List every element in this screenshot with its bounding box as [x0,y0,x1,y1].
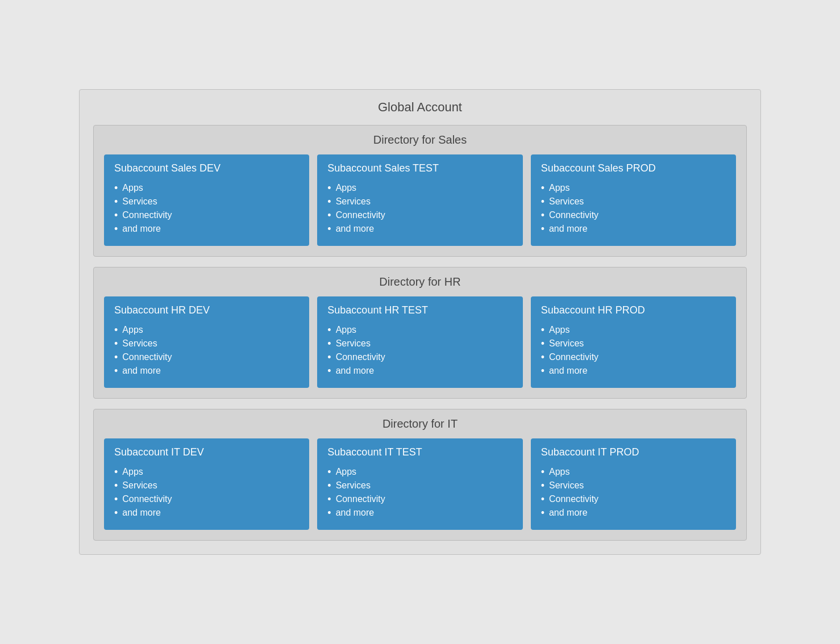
bullet-icon: • [327,494,331,504]
directory-title-hr: Directory for HR [104,275,736,288]
list-item: •Services [327,479,512,492]
list-item: •Apps [541,181,726,195]
list-item-label: and more [549,224,588,234]
list-item-label: and more [336,508,375,518]
list-item: •Apps [114,465,299,479]
bullet-icon: • [114,183,118,193]
list-item: •Connectivity [541,350,726,364]
list-item-label: Apps [549,183,569,193]
bullet-icon: • [327,325,331,335]
list-item-label: and more [549,508,588,518]
bullet-icon: • [327,196,331,207]
subaccount-title-it-dev: Subaccount IT DEV [114,446,299,458]
subaccount-list-sales-prod: •Apps•Services•Connectivity•and more [541,181,726,236]
list-item: •Apps [541,323,726,337]
subaccount-hr-dev: Subaccount HR DEV•Apps•Services•Connecti… [104,296,309,388]
list-item-label: Services [549,196,584,207]
list-item: •Services [541,479,726,492]
list-item: •Services [541,337,726,350]
subaccount-sales-test: Subaccount Sales TEST•Apps•Services•Conn… [317,154,522,246]
list-item: •and more [541,364,726,378]
subaccount-title-hr-dev: Subaccount HR DEV [114,304,299,316]
list-item-label: Services [549,338,584,349]
list-item-label: Apps [336,467,356,477]
list-item: •Services [327,337,512,350]
list-item: •Connectivity [114,492,299,506]
list-item: •Services [327,195,512,208]
bullet-icon: • [114,508,118,518]
bullet-icon: • [541,480,544,491]
list-item-label: and more [122,224,161,234]
list-item: •Apps [327,465,512,479]
bullet-icon: • [327,183,331,193]
bullet-icon: • [541,508,544,518]
list-item-label: Connectivity [549,352,598,362]
subaccount-sales-dev: Subaccount Sales DEV•Apps•Services•Conne… [104,154,309,246]
bullet-icon: • [541,467,544,477]
list-item-label: and more [336,366,375,376]
bullet-icon: • [327,338,331,349]
bullet-icon: • [541,494,544,504]
subaccount-title-sales-prod: Subaccount Sales PROD [541,162,726,174]
subaccount-title-sales-dev: Subaccount Sales DEV [114,162,299,174]
subaccounts-grid-sales: Subaccount Sales DEV•Apps•Services•Conne… [104,154,736,246]
bullet-icon: • [327,467,331,477]
subaccount-list-hr-test: •Apps•Services•Connectivity•and more [327,323,512,378]
bullet-icon: • [114,338,118,349]
global-account-title: Global Account [93,100,747,115]
list-item-label: Connectivity [122,210,172,220]
list-item: •Connectivity [541,208,726,222]
list-item: •Connectivity [327,492,512,506]
list-item: •and more [114,222,299,236]
list-item-label: Connectivity [549,494,598,504]
list-item-label: Apps [336,325,356,335]
list-item: •Services [541,195,726,208]
bullet-icon: • [327,224,331,234]
bullet-icon: • [327,366,331,376]
subaccount-list-hr-prod: •Apps•Services•Connectivity•and more [541,323,726,378]
list-item-label: and more [122,508,161,518]
subaccount-it-prod: Subaccount IT PROD•Apps•Services•Connect… [531,438,736,530]
list-item: •Apps [327,181,512,195]
bullet-icon: • [541,210,544,220]
list-item-label: Apps [549,325,569,335]
list-item-label: Apps [122,325,143,335]
bullet-icon: • [541,196,544,207]
list-item: •and more [327,222,512,236]
directory-title-sales: Directory for Sales [104,133,736,147]
bullet-icon: • [114,467,118,477]
bullet-icon: • [114,196,118,207]
list-item-label: Services [122,338,157,349]
subaccounts-grid-it: Subaccount IT DEV•Apps•Services•Connecti… [104,438,736,530]
list-item: •and more [114,364,299,378]
list-item-label: Apps [122,467,143,477]
subaccount-list-it-test: •Apps•Services•Connectivity•and more [327,465,512,520]
list-item: •Connectivity [327,208,512,222]
subaccount-list-sales-test: •Apps•Services•Connectivity•and more [327,181,512,236]
list-item-label: Services [549,480,584,491]
list-item-label: Services [336,480,371,491]
list-item: •and more [541,222,726,236]
list-item-label: and more [549,366,588,376]
bullet-icon: • [541,224,544,234]
list-item: •Apps [327,323,512,337]
directory-hr: Directory for HRSubaccount HR DEV•Apps•S… [93,267,747,399]
subaccount-title-sales-test: Subaccount Sales TEST [327,162,512,174]
list-item-label: Services [122,196,157,207]
subaccount-list-hr-dev: •Apps•Services•Connectivity•and more [114,323,299,378]
list-item-label: Services [122,480,157,491]
list-item-label: Apps [336,183,356,193]
list-item-label: Services [336,196,371,207]
directory-sales: Directory for SalesSubaccount Sales DEV•… [93,125,747,257]
list-item: •Services [114,337,299,350]
bullet-icon: • [114,352,118,362]
list-item: •Connectivity [114,350,299,364]
bullet-icon: • [114,366,118,376]
list-item-label: Connectivity [336,210,385,220]
subaccount-sales-prod: Subaccount Sales PROD•Apps•Services•Conn… [531,154,736,246]
subaccounts-grid-hr: Subaccount HR DEV•Apps•Services•Connecti… [104,296,736,388]
list-item-label: Services [336,338,371,349]
bullet-icon: • [327,210,331,220]
list-item: •Apps [114,181,299,195]
list-item: •Services [114,479,299,492]
